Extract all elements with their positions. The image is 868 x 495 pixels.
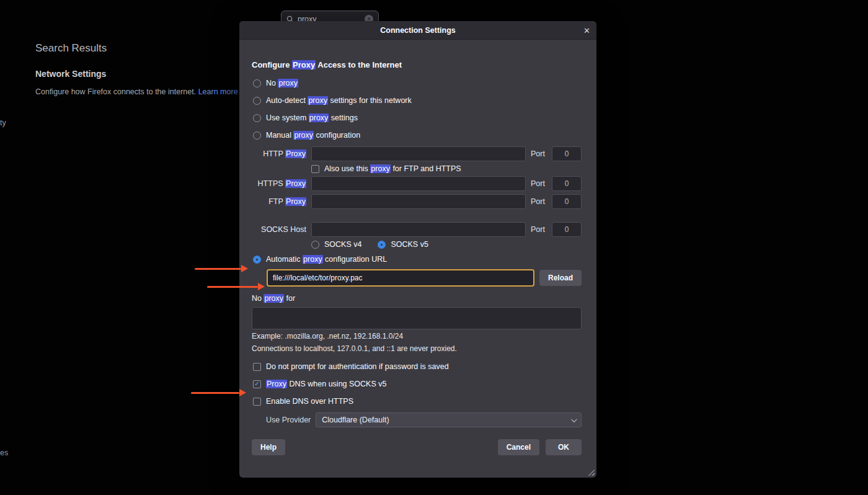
sidebar-label-fragment-top: ty: [0, 118, 6, 127]
radio-use-system-proxy[interactable]: Use system proxy settings: [253, 112, 582, 124]
radio-label: Auto-detect proxy settings for this netw…: [266, 96, 412, 105]
ok-button[interactable]: OK: [546, 439, 582, 455]
configure-proxy-heading: Configure Proxy Access to the Internet: [252, 60, 582, 71]
dialog-footer: Help Cancel OK: [252, 439, 582, 455]
https-port-input[interactable]: [552, 176, 582, 191]
radio-no-proxy[interactable]: No proxy: [253, 77, 582, 89]
doh-provider-value: Cloudflare (Default): [322, 416, 389, 424]
localhost-never-proxied-text: Connections to localhost, 127.0.0.1, and…: [252, 344, 582, 354]
radio-socks-v4[interactable]: SOCKS v4: [311, 240, 361, 249]
http-proxy-input[interactable]: [311, 146, 526, 161]
no-proxy-example-text: Example: .mozilla.org, .net.nz, 192.168.…: [252, 331, 582, 341]
radio-socks-v5[interactable]: SOCKS v5: [378, 240, 428, 249]
radio-label: Manual proxy configuration: [266, 131, 360, 140]
dialog-title: Connection Settings: [380, 26, 456, 35]
socks-host-input[interactable]: [311, 222, 526, 237]
sidebar-label-fragment-bottom: es: [0, 448, 8, 457]
cancel-button[interactable]: Cancel: [498, 439, 539, 455]
http-proxy-label: HTTP Proxy: [252, 149, 306, 158]
manual-proxy-grid: HTTP Proxy Port Also use this proxy for …: [252, 146, 582, 209]
resize-grip[interactable]: [588, 469, 595, 476]
checkbox-label: Do not prompt for authentication if pass…: [266, 362, 449, 371]
checkbox-label: Proxy DNS when using SOCKS v5: [266, 380, 386, 388]
checkmark-icon: ✓: [253, 380, 261, 388]
checkbox-no-auth-prompt[interactable]: Do not prompt for authentication if pass…: [253, 360, 582, 373]
connection-settings-dialog: Connection Settings ✕ Configure Proxy Ac…: [239, 21, 596, 478]
annotation-arrow-proxy-dns-checkbox: [191, 389, 246, 396]
close-icon[interactable]: ✕: [583, 25, 590, 35]
radio-label: SOCKS v4: [324, 240, 361, 249]
radio-manual-proxy[interactable]: Manual proxy configuration: [253, 129, 582, 141]
radio-icon: [253, 114, 261, 122]
reload-button[interactable]: Reload: [539, 270, 582, 286]
dialog-header: Connection Settings ✕: [239, 21, 596, 40]
radio-selected-icon: [253, 256, 261, 264]
radio-label: Use system proxy settings: [266, 114, 358, 122]
network-settings-title: Network Settings: [35, 69, 106, 79]
learn-more-link[interactable]: Learn more: [198, 87, 238, 96]
network-settings-description-text: Configure how Firefox connects to the in…: [35, 87, 196, 96]
radio-auto-detect-proxy[interactable]: Auto-detect proxy settings for this netw…: [253, 94, 582, 107]
socks-host-label: SOCKS Host: [252, 225, 306, 234]
checkbox-proxy-dns-socks5[interactable]: ✓ Proxy DNS when using SOCKS v5: [253, 378, 582, 390]
radio-label: SOCKS v5: [391, 240, 428, 249]
checkbox-icon: [253, 398, 261, 406]
socks-port-label: Port: [531, 225, 547, 234]
https-port-label: Port: [531, 179, 547, 188]
radio-label: No proxy: [266, 79, 298, 87]
help-button[interactable]: Help: [252, 439, 285, 455]
network-settings-description: Configure how Firefox connects to the in…: [35, 87, 238, 96]
pac-url-row: Reload: [267, 269, 582, 287]
socks-version-row: SOCKS v4 SOCKS v5: [311, 240, 582, 249]
https-proxy-label: HTTPS Proxy: [252, 179, 306, 188]
ftp-proxy-label: FTP Proxy: [252, 197, 306, 206]
https-proxy-input[interactable]: [311, 176, 526, 191]
dialog-content: Configure Proxy Access to the Internet N…: [239, 40, 596, 455]
no-proxy-for-label: No proxy for: [252, 293, 582, 304]
pac-url-input[interactable]: [267, 269, 534, 287]
no-proxy-for-textarea[interactable]: [252, 307, 582, 329]
socks-grid: SOCKS Host Port SOCKS v4 SOCKS v5: [252, 222, 582, 249]
socks-port-input[interactable]: [552, 222, 582, 237]
radio-selected-icon: [378, 241, 386, 249]
radio-icon: [253, 97, 261, 105]
checkbox-label: Enable DNS over HTTPS: [266, 397, 353, 406]
ftp-port-input[interactable]: [552, 194, 582, 209]
radio-label: Automatic proxy configuration URL: [266, 255, 387, 264]
doh-provider-select[interactable]: Cloudflare (Default): [316, 412, 582, 427]
checkbox-label: Also use this proxy for FTP and HTTPS: [324, 164, 461, 173]
http-port-label: Port: [531, 149, 547, 158]
ftp-port-label: Port: [531, 197, 547, 206]
screen: Search Results Network Settings Configur…: [0, 0, 868, 495]
chevron-down-icon: [571, 416, 577, 422]
checkbox-icon: [311, 165, 319, 173]
search-results-title: Search Results: [35, 42, 107, 55]
radio-icon: [311, 241, 319, 249]
checkbox-icon: [253, 363, 261, 371]
checkbox-also-use-proxy[interactable]: Also use this proxy for FTP and HTTPS: [311, 164, 582, 173]
ftp-proxy-input[interactable]: [311, 194, 526, 209]
use-provider-label: Use Provider: [266, 416, 311, 424]
radio-icon: [253, 79, 261, 87]
doh-provider-row: Use Provider Cloudflare (Default): [266, 412, 582, 427]
radio-automatic-proxy-url[interactable]: Automatic proxy configuration URL: [253, 253, 582, 265]
checkbox-enable-doh[interactable]: Enable DNS over HTTPS: [253, 395, 582, 408]
radio-icon: [253, 132, 261, 140]
http-port-input[interactable]: [552, 146, 582, 161]
